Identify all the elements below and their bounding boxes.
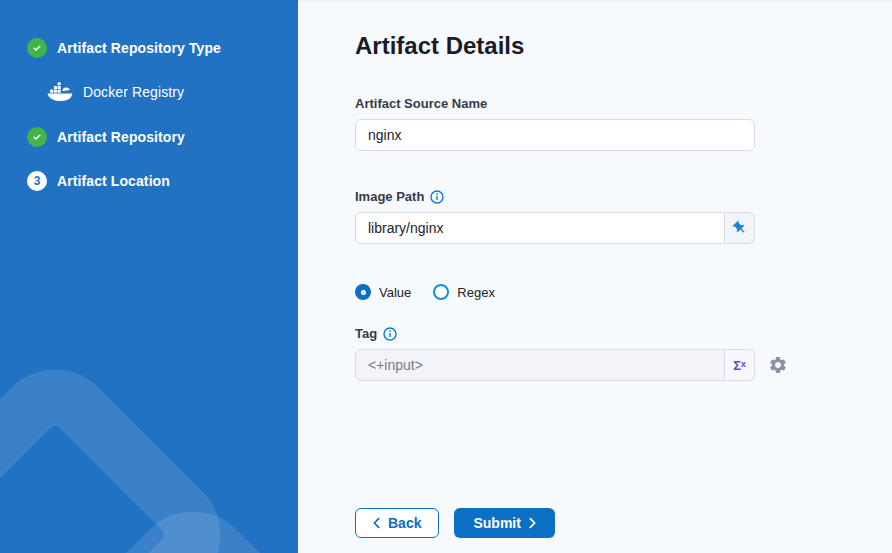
image-path-input[interactable]: [355, 212, 725, 244]
radio-option-regex[interactable]: Regex: [433, 284, 495, 300]
pin-icon: [732, 220, 748, 236]
info-icon[interactable]: [430, 190, 444, 204]
docker-icon: [47, 82, 73, 102]
back-button-label: Back: [388, 515, 421, 531]
step-artifact-repository[interactable]: Artifact Repository: [27, 127, 298, 147]
radio-label: Value: [379, 285, 411, 300]
info-icon[interactable]: [383, 327, 397, 341]
tag-input[interactable]: [355, 349, 725, 381]
wizard-actions: Back Submit: [355, 508, 852, 538]
tag-type-radio-group: Value Regex: [355, 284, 852, 300]
submit-button-label: Submit: [473, 515, 520, 531]
chevron-left-icon: [373, 517, 380, 529]
artifact-source-name-label: Artifact Source Name: [355, 96, 487, 111]
sigma-expression-icon: Σˣ: [733, 359, 746, 372]
radio-option-value[interactable]: Value: [355, 284, 411, 300]
radio-label: Regex: [457, 285, 495, 300]
artifact-details-panel: Artifact Details Artifact Source Name Im…: [298, 0, 892, 553]
substep-label: Docker Registry: [83, 84, 184, 100]
back-button[interactable]: Back: [355, 508, 439, 538]
image-path-field: Image Path: [355, 189, 852, 244]
step-label: Artifact Repository Type: [57, 40, 221, 56]
step-artifact-location[interactable]: 3 Artifact Location: [27, 171, 298, 191]
step-number-badge: 3: [27, 171, 47, 191]
chevron-right-icon: [529, 517, 536, 529]
step-artifact-repository-type[interactable]: Artifact Repository Type: [27, 38, 298, 58]
radio-unselected-icon: [433, 284, 449, 300]
artifact-source-name-field: Artifact Source Name: [355, 96, 852, 151]
step-complete-check-icon: [27, 127, 47, 147]
app-window: Artifact Repository Type: [0, 0, 892, 553]
tag-settings-button[interactable]: [768, 355, 788, 375]
step-label: Artifact Repository: [57, 129, 185, 145]
artifact-source-name-input[interactable]: [355, 119, 755, 151]
radio-selected-icon: [355, 284, 371, 300]
tag-label: Tag: [355, 326, 377, 341]
gear-icon: [768, 355, 788, 375]
submit-button[interactable]: Submit: [454, 508, 554, 538]
substep-docker-registry[interactable]: Docker Registry: [27, 82, 298, 102]
page-title: Artifact Details: [355, 32, 852, 60]
step-label: Artifact Location: [57, 173, 170, 189]
wizard-stepper-sidebar: Artifact Repository Type: [0, 0, 298, 553]
step-complete-check-icon: [27, 38, 47, 58]
tag-field: Tag Σˣ: [355, 326, 852, 381]
image-path-label: Image Path: [355, 189, 424, 204]
expression-input-type-button[interactable]: Σˣ: [725, 349, 755, 381]
pin-fixed-value-button[interactable]: [725, 212, 755, 244]
